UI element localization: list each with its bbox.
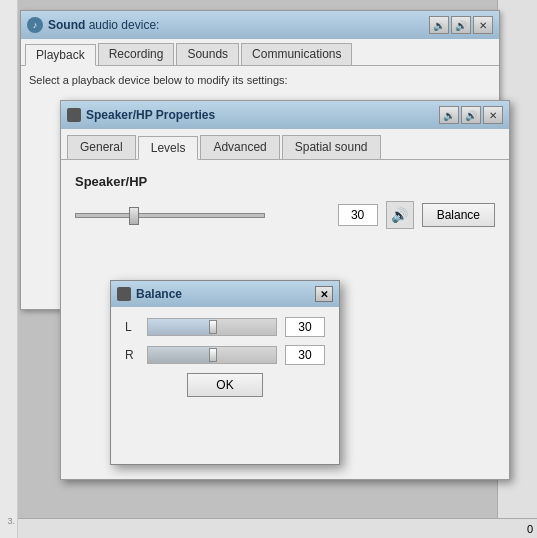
- ok-button[interactable]: OK: [187, 373, 262, 397]
- sound-window-title: Sound audio device:: [48, 18, 424, 32]
- left-channel-thumb[interactable]: [209, 320, 217, 334]
- props-titlebar: Speaker/HP Properties 🔉 🔊 ✕: [61, 101, 509, 129]
- speaker-glyph: 🔊: [391, 207, 408, 223]
- right-channel-value: 30: [285, 345, 325, 365]
- bottom-number: 0: [527, 523, 533, 535]
- sound-icon-glyph: ♪: [33, 20, 38, 30]
- props-title: Speaker/HP Properties: [86, 108, 434, 122]
- right-fill: [148, 347, 212, 363]
- tab-spatial-sound[interactable]: Spatial sound: [282, 135, 381, 159]
- left-fill: [148, 319, 212, 335]
- tab-recording[interactable]: Recording: [98, 43, 175, 65]
- volume-value: 30: [338, 204, 378, 226]
- volume-icon-1[interactable]: 🔉: [429, 16, 449, 34]
- props-content: Speaker/HP 30 🔊 Balance: [61, 159, 509, 243]
- balance-content: L 30 R 30 OK: [111, 307, 339, 407]
- left-channel-label: L: [125, 320, 139, 334]
- props-tabs: General Levels Advanced Spatial sound: [61, 129, 509, 159]
- left-channel-slider[interactable]: [147, 318, 277, 336]
- tab-advanced[interactable]: Advanced: [200, 135, 279, 159]
- titlebar-controls: 🔉 🔊 ✕: [429, 16, 493, 34]
- tab-sounds[interactable]: Sounds: [176, 43, 239, 65]
- props-close-button[interactable]: ✕: [483, 106, 503, 124]
- left-numbers: 3.: [0, 0, 18, 538]
- right-channel-label: R: [125, 348, 139, 362]
- left-channel-row: L 30: [125, 317, 325, 337]
- volume-row: 30 🔊 Balance: [75, 201, 495, 229]
- sound-content: Select a playback device below to modify…: [21, 66, 499, 102]
- volume-slider-container: [75, 205, 330, 225]
- right-channel-row: R 30: [125, 345, 325, 365]
- mute-button[interactable]: 🔊: [386, 201, 414, 229]
- bottom-panel: 0: [0, 518, 537, 538]
- sound-titlebar: ♪ Sound audio device: 🔉 🔊 ✕: [21, 11, 499, 39]
- tab-levels[interactable]: Levels: [138, 136, 199, 160]
- volume-slider-track: [75, 213, 265, 218]
- speaker-label: Speaker/HP: [75, 174, 495, 189]
- tab-playback[interactable]: Playback: [25, 44, 96, 66]
- props-titlebar-controls: 🔉 🔊 ✕: [439, 106, 503, 124]
- right-channel-slider[interactable]: [147, 346, 277, 364]
- left-channel-value: 30: [285, 317, 325, 337]
- balance-title: Balance: [136, 287, 315, 301]
- props-icon: [67, 108, 81, 122]
- sound-tabs: Playback Recording Sounds Communications: [21, 39, 499, 66]
- close-button-bg[interactable]: ✕: [473, 16, 493, 34]
- left-num: 3.: [7, 516, 17, 526]
- balance-dialog-icon: [117, 287, 131, 301]
- volume-slider-thumb[interactable]: [129, 207, 139, 225]
- tab-communications[interactable]: Communications: [241, 43, 352, 65]
- props-vol-icon-2[interactable]: 🔊: [461, 106, 481, 124]
- sound-window-icon: ♪: [27, 17, 43, 33]
- tab-general[interactable]: General: [67, 135, 136, 159]
- balance-titlebar: Balance ✕: [111, 281, 339, 307]
- props-vol-icon-1[interactable]: 🔉: [439, 106, 459, 124]
- instruction-text: Select a playback device below to modify…: [29, 74, 491, 86]
- volume-icon-2[interactable]: 🔊: [451, 16, 471, 34]
- right-channel-thumb[interactable]: [209, 348, 217, 362]
- balance-close-button[interactable]: ✕: [315, 286, 333, 302]
- sound-window-subtitle: audio device:: [89, 18, 160, 32]
- balance-dialog: Balance ✕ L 30 R 30 OK: [110, 280, 340, 465]
- balance-button[interactable]: Balance: [422, 203, 495, 227]
